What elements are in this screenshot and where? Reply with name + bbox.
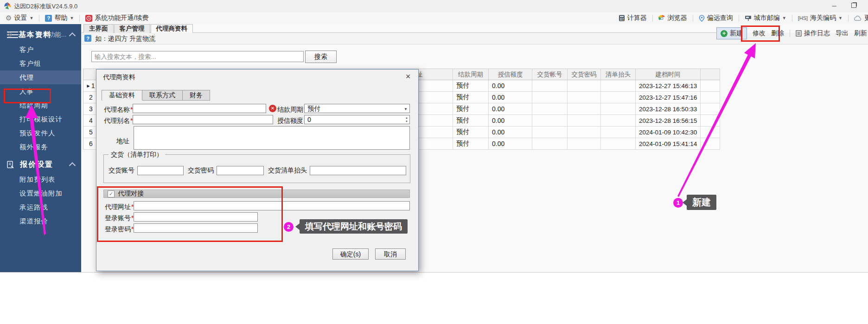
search-row: 搜索 [81, 44, 868, 69]
spinner-arrows-icon[interactable]: ▲▼ [405, 116, 408, 123]
table-header-cell-清单抬头[interactable]: 清单抬头 [601, 69, 636, 80]
sidebar: 搜索功能... ⚙基本资料客户客户组代理人事结款周期打印模板设计预设发件人额外服… [0, 24, 81, 272]
table-cell-dpwd [568, 80, 601, 91]
plus-icon: + [721, 30, 728, 37]
menu-item-right-5[interactable]: 更 [852, 14, 868, 22]
menu-bar: ⚙设置▼?帮助▼系统功能开通/续费 计算器浏览器偏远查询城市邮编▼[HS]海关编… [0, 12, 868, 25]
dialog-tab-财务[interactable]: 财务 [182, 90, 210, 101]
search-button[interactable]: 搜索 [305, 51, 337, 63]
menu-item-right-0[interactable]: 计算器 [617, 14, 649, 22]
table-cell-created: 2024-01-09 15:41:14 [636, 138, 701, 149]
toolbar-button-修改[interactable]: 修改 [753, 29, 766, 38]
sidebar-item-设置燃油附加[interactable]: 设置燃油附加 [0, 186, 81, 200]
table-cell-credit: 0.00 [489, 115, 532, 126]
sidebar-item-客户[interactable]: 客户 [0, 43, 81, 57]
chevron-up-icon[interactable] [69, 32, 76, 39]
restore-icon [851, 3, 856, 8]
docking-checkbox[interactable]: ✓ [108, 191, 115, 197]
toolbar-button-操作日志[interactable]: 操作日志 [796, 29, 830, 38]
sidebar-item-代理[interactable]: 代理 [0, 70, 81, 84]
sidebar-item-客户组[interactable]: 客户组 [0, 57, 81, 70]
sidebar-item-打印模板设计[interactable]: 打印模板设计 [0, 112, 81, 126]
sidebar-item-预设发件人[interactable]: 预设发件人 [0, 126, 81, 140]
menu-item-right-1[interactable]: 浏览器 [657, 14, 689, 22]
search-input[interactable] [91, 51, 304, 62]
tab-代理商资料[interactable]: 代理商资料 [151, 24, 193, 33]
tab-客户管理[interactable]: 客户管理 [114, 24, 150, 33]
menu-item-left-0[interactable]: ⚙设置▼ [4, 14, 35, 22]
agent-alias-field[interactable] [133, 115, 273, 124]
ok-button[interactable]: 确定(s) [332, 248, 369, 260]
delivery-header-field[interactable] [310, 166, 406, 175]
dialog-tab-联系方式[interactable]: 联系方式 [142, 90, 183, 101]
delivery-account-field[interactable] [137, 166, 184, 175]
restore-button[interactable] [847, 2, 861, 10]
app-window: 达因D2标准版V24.5.9.0 ─ ⚙设置▼?帮助▼系统功能开通/续费 计算器… [0, 0, 868, 273]
sidebar-section-1[interactable]: 报价设置 [0, 157, 81, 172]
dialog-title-bar[interactable]: 代理商资料 × [96, 70, 418, 83]
table-cell-header [601, 103, 636, 114]
app-logo-icon [4, 2, 11, 9]
screen: 达因D2标准版V24.5.9.0 ─ ⚙设置▼?帮助▼系统功能开通/续费 计算器… [0, 0, 868, 324]
table-header-cell-授信额度[interactable]: 授信额度 [489, 69, 532, 80]
menu-item-label: 海关编码 [810, 14, 836, 22]
sidebar-section-title: 基本资料 [18, 30, 51, 40]
delivery-password-field[interactable] [217, 166, 264, 175]
toolbar-button-label: 导出 [836, 29, 849, 38]
menu-item-left-1[interactable]: ?帮助▼ [43, 14, 76, 22]
table-header-cell-交货帐号[interactable]: 交货帐号 [532, 69, 568, 80]
table-cell-credit: 0.00 [489, 138, 532, 149]
toolbar-button-删除[interactable]: 删除 [771, 29, 784, 38]
menu-item-right-4[interactable]: [HS]海关编码▼ [796, 14, 844, 22]
toolbar-button-导出[interactable]: 导出 [836, 29, 849, 38]
sidebar-item-结款周期[interactable]: 结款周期 [0, 98, 81, 112]
table-cell-tail [701, 115, 720, 126]
table-cell-header [601, 127, 636, 138]
table-header-cell-交货密码[interactable]: 交货密码 [568, 69, 601, 80]
login-account-field[interactable] [134, 212, 258, 222]
settle-cycle-select[interactable]: 预付▼ [304, 104, 410, 113]
table-cell-settle: 预付 [453, 115, 489, 126]
delivery-password-label: 交货密码 [188, 166, 214, 175]
table-header-cell-tail[interactable] [701, 69, 720, 80]
table-header-cell-建档时间[interactable]: 建档时间 [636, 69, 701, 80]
agent-url-field[interactable] [134, 201, 410, 210]
menu-separator [848, 15, 849, 22]
login-password-field[interactable] [134, 223, 258, 233]
delivery-group-title: 交货（清单打印） [108, 151, 165, 159]
table-cell-created: 2023-12-27 15:47:16 [636, 92, 701, 103]
address-field[interactable] [134, 126, 410, 150]
chevron-up-icon[interactable] [69, 162, 76, 169]
tab-主界面[interactable]: 主界面 [83, 24, 114, 33]
agent-name-field[interactable] [133, 104, 266, 113]
menu-item-right-2[interactable]: 偏远查询 [697, 14, 735, 22]
menu-item-label: 城市邮编 [754, 14, 780, 22]
sidebar-item-渠道报价[interactable]: 渠道报价 [0, 214, 81, 228]
toolbar-button-刷新[interactable]: 刷新 [854, 29, 867, 38]
menu-item-left-2[interactable]: 系统功能开通/续费 [83, 14, 150, 22]
table-cell-tail [701, 127, 720, 138]
menu-item-right-3[interactable]: 城市邮编▼ [743, 14, 788, 22]
table-cell-tail [701, 80, 720, 91]
table-cell-settle: 预付 [453, 127, 489, 138]
minimize-button[interactable]: ─ [827, 2, 841, 10]
sidebar-item-附加费列表[interactable]: 附加费列表 [0, 172, 81, 186]
table-cell-credit: 0.00 [489, 103, 532, 114]
credit-limit-stepper[interactable]: 0▲▼ [304, 115, 410, 124]
sidebar-item-承运路线[interactable]: 承运路线 [0, 200, 81, 214]
sidebar-section-title: 报价设置 [20, 160, 53, 170]
docking-label: 代理对接 [118, 190, 144, 198]
menu-separator [39, 15, 39, 22]
table-cell-header [601, 115, 636, 126]
table-header-cell-结款周期[interactable]: 结款周期 [453, 69, 489, 80]
table-cell-dacct [532, 115, 568, 126]
cancel-button[interactable]: 取消 [375, 248, 406, 260]
close-icon[interactable]: × [403, 72, 413, 81]
dialog-tab-基础资料[interactable]: 基础资料 [102, 90, 142, 101]
toolbar-button-新建[interactable]: +新建 [716, 27, 747, 39]
sidebar-item-额外服务[interactable]: 额外服务 [0, 140, 81, 154]
sidebar-section-0[interactable]: ⚙基本资料 [0, 27, 81, 43]
gear-icon: ⚙ [6, 14, 12, 22]
log-icon [796, 30, 802, 37]
sidebar-item-人事[interactable]: 人事 [0, 84, 81, 98]
